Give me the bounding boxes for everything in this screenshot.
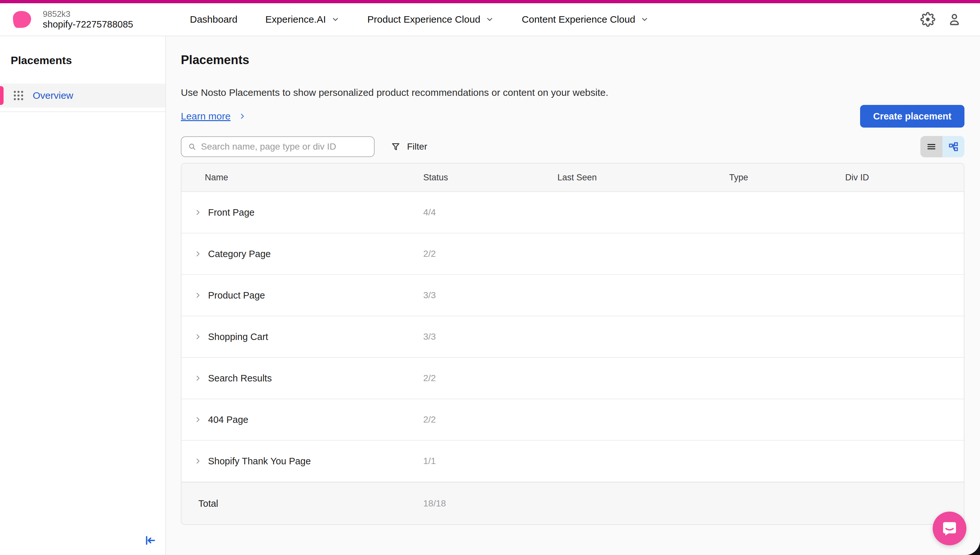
total-label: Total	[182, 498, 423, 509]
row-name: 404 Page	[208, 414, 248, 425]
chevron-right-icon	[194, 374, 202, 382]
table-row: Shopify Thank You Page 1/1	[182, 441, 964, 482]
row-name: Category Page	[208, 249, 270, 259]
nav-dashboard[interactable]: Dashboard	[190, 14, 238, 25]
collapse-sidebar-icon	[143, 534, 157, 547]
create-placement-button[interactable]: Create placement	[860, 105, 964, 128]
chevron-right-icon	[194, 291, 202, 300]
actions-row: Learn more Create placement	[181, 104, 964, 128]
search-icon	[188, 143, 196, 151]
nav-product-experience-cloud[interactable]: Product Experience Cloud	[367, 14, 494, 25]
nav-dashboard-label: Dashboard	[190, 14, 238, 25]
sidebar-item-overview[interactable]: Overview	[0, 83, 165, 107]
table-row: 404 Page 2/2	[182, 399, 964, 441]
row-name: Shopping Cart	[208, 332, 268, 342]
row-expand-404-page[interactable]: 404 Page	[182, 414, 423, 425]
top-accent-bar	[0, 0, 980, 3]
search-box[interactable]	[181, 136, 375, 157]
search-input[interactable]	[201, 141, 367, 152]
table-footer-row: Total 18/18	[182, 482, 964, 524]
row-status: 2/2	[423, 414, 557, 425]
app-window: 9852k3 shopify-72275788085 Dashboard Exp…	[0, 0, 980, 555]
row-expand-category-page[interactable]: Category Page	[182, 249, 423, 259]
table-row: Front Page 4/4	[182, 192, 964, 233]
nav-product-experience-cloud-label: Product Experience Cloud	[367, 14, 481, 25]
sidebar-heading: Placements	[11, 54, 165, 67]
chevron-right-icon	[194, 208, 202, 217]
filter-button[interactable]: Filter	[391, 141, 427, 152]
row-status: 2/2	[423, 249, 557, 259]
row-name: Product Page	[208, 290, 265, 301]
placements-table: Name Status Last Seen Type Div ID Front …	[181, 163, 964, 525]
row-status: 3/3	[423, 332, 557, 342]
row-status: 4/4	[423, 207, 557, 218]
learn-more-link[interactable]: Learn more	[181, 111, 246, 122]
active-indicator	[0, 86, 3, 105]
chevron-right-icon	[194, 415, 202, 424]
row-expand-product-page[interactable]: Product Page	[182, 290, 423, 301]
table-row: Product Page 3/3	[182, 275, 964, 316]
learn-more-label: Learn more	[181, 111, 230, 122]
main-content: Placements Use Nosto Placements to show …	[167, 36, 980, 555]
grid-dots-icon	[13, 90, 24, 101]
account-info: 9852k3 shopify-72275788085	[43, 9, 133, 30]
row-status: 2/2	[423, 373, 557, 383]
row-expand-front-page[interactable]: Front Page	[182, 207, 423, 218]
row-status: 1/1	[423, 456, 557, 466]
nav-content-experience-cloud[interactable]: Content Experience Cloud	[522, 14, 649, 25]
table-header-row: Name Status Last Seen Type Div ID	[182, 164, 964, 192]
column-header-last-seen[interactable]: Last Seen	[557, 173, 729, 183]
toolbar: Filter	[181, 136, 964, 158]
column-header-name[interactable]: Name	[182, 173, 423, 183]
row-name: Search Results	[208, 373, 272, 384]
sidebar: Placements Overview	[0, 36, 166, 555]
user-icon[interactable]	[947, 12, 962, 27]
nosto-logo	[13, 11, 31, 28]
column-header-div-id[interactable]: Div ID	[845, 173, 964, 183]
column-header-type[interactable]: Type	[729, 173, 845, 183]
sidebar-divider	[0, 111, 165, 112]
row-expand-search-results[interactable]: Search Results	[182, 373, 423, 384]
column-header-status[interactable]: Status	[423, 173, 557, 183]
table-row: Shopping Cart 3/3	[182, 316, 964, 358]
nav-experience-ai-label: Experience.AI	[266, 14, 326, 25]
list-view-icon	[926, 141, 937, 152]
account-store-name: shopify-72275788085	[43, 19, 133, 30]
page-title: Placements	[181, 53, 964, 67]
funnel-icon	[391, 142, 401, 152]
row-expand-shopping-cart[interactable]: Shopping Cart	[182, 332, 423, 342]
row-expand-shopify-thank-you-page[interactable]: Shopify Thank You Page	[182, 456, 423, 467]
nav-experience-ai[interactable]: Experience.AI	[266, 14, 340, 25]
total-status: 18/18	[423, 498, 557, 509]
table-row: Category Page 2/2	[182, 233, 964, 275]
collapse-sidebar-button[interactable]	[141, 531, 159, 550]
view-toggle	[920, 136, 964, 157]
gear-icon[interactable]	[920, 12, 935, 27]
chevron-down-icon	[331, 15, 340, 24]
tree-view-button[interactable]	[942, 136, 964, 157]
tree-view-icon	[948, 141, 959, 152]
top-navigation-bar: 9852k3 shopify-72275788085 Dashboard Exp…	[0, 3, 980, 36]
row-name: Front Page	[208, 207, 254, 218]
chevron-right-icon	[194, 332, 202, 341]
list-view-button[interactable]	[920, 136, 942, 157]
chevron-right-icon	[194, 457, 202, 465]
chat-launcher-button[interactable]	[933, 512, 966, 545]
row-name: Shopify Thank You Page	[208, 456, 311, 467]
chevron-right-icon	[238, 112, 246, 120]
nav-content-experience-cloud-label: Content Experience Cloud	[522, 14, 635, 25]
chat-bubble-icon	[941, 520, 958, 537]
account-switcher[interactable]: 9852k3 shopify-72275788085	[13, 9, 171, 30]
filter-label: Filter	[407, 141, 427, 152]
header-actions	[920, 12, 962, 27]
chevron-right-icon	[194, 250, 202, 258]
chevron-down-icon	[486, 15, 494, 24]
page-description: Use Nosto Placements to show personalize…	[181, 87, 964, 98]
row-status: 3/3	[423, 290, 557, 300]
chevron-down-icon	[640, 15, 649, 24]
sidebar-item-overview-label: Overview	[33, 90, 73, 101]
table-row: Search Results 2/2	[182, 358, 964, 399]
account-id: 9852k3	[43, 9, 133, 19]
main-nav: Dashboard Experience.AI Product Experien…	[190, 14, 649, 25]
